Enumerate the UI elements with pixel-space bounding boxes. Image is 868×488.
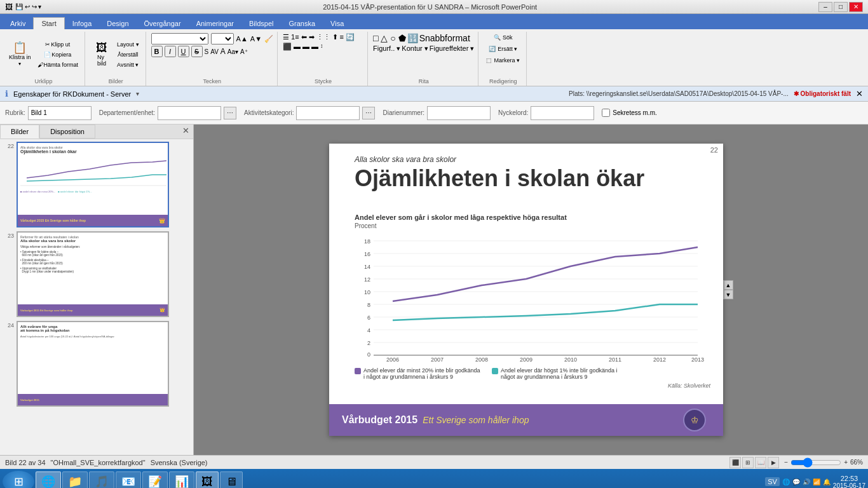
paste-icon: 📋 (13, 42, 27, 53)
slide-sorter-button[interactable]: ⊞ (742, 457, 754, 468)
slide-thumb-22[interactable]: Alla skolor ska vara bra skolor Ojämlikh… (17, 142, 169, 227)
zoom-slider[interactable] (790, 458, 841, 468)
increase-indent-button[interactable]: ➡ (309, 33, 315, 41)
align-right-button[interactable]: ▬ (302, 43, 309, 51)
underline-button[interactable]: U (178, 46, 189, 57)
format-painter-button[interactable]: 🖌 Hämta format (35, 60, 81, 69)
char-spacing-button[interactable]: AV (210, 48, 219, 55)
tab-arkiv[interactable]: Arkiv (3, 18, 33, 29)
tab-overgångar[interactable]: Övergångar (137, 18, 189, 29)
taskbar-ie[interactable]: 🌐 (36, 471, 61, 488)
shadow-button[interactable]: S (205, 48, 209, 55)
scroll-up-button[interactable]: ▲ (724, 280, 733, 290)
tab-bildspel[interactable]: Bildspel (241, 18, 281, 29)
effects-button[interactable]: Figureffekter ▾ (430, 44, 475, 53)
section-button[interactable]: Avsnitt ▾ (114, 60, 142, 69)
zoom-out-button[interactable]: − (784, 459, 788, 466)
tab-granska[interactable]: Granska (281, 18, 323, 29)
normal-view-button[interactable]: ⬛ (729, 457, 741, 468)
replace-button[interactable]: 🔄 Ersätt ▾ (484, 44, 522, 53)
font-size-up-button[interactable]: A⁺ (240, 48, 248, 55)
tab-start[interactable]: Start (33, 17, 64, 29)
rubrik-input[interactable] (28, 106, 92, 120)
bullet-list-button[interactable]: ☰ (283, 33, 289, 41)
bold-button[interactable]: B (151, 46, 163, 57)
nyckelord-label: Nyckelord: (498, 109, 528, 116)
quick-styles-button[interactable]: Snabbformat (419, 33, 470, 43)
tab-design[interactable]: Design (99, 18, 136, 29)
secretess-checkbox[interactable] (602, 109, 610, 117)
font-size-select[interactable] (211, 33, 234, 44)
new-slide-button[interactable]: 🖼 Nybild (90, 41, 113, 68)
zoom-in-button[interactable]: + (844, 459, 848, 466)
fill-button[interactable]: Figurf.. ▾ (373, 44, 400, 53)
taskbar-explorer[interactable]: 📁 (62, 471, 88, 488)
text-direction-button[interactable]: ⬆ (332, 33, 338, 41)
increase-font-button[interactable]: A▲ (236, 35, 248, 43)
select-button[interactable]: ⬚ Markera ▾ (484, 56, 522, 65)
slide-thumb-23[interactable]: Reformer för att stärka resultaten i sko… (17, 231, 169, 317)
info-bar-close[interactable]: ✕ (856, 89, 863, 98)
columns-button[interactable]: ⋮⋮ (316, 33, 330, 41)
font-family-select[interactable] (151, 33, 208, 44)
italic-button[interactable]: I (165, 46, 176, 57)
tab-visa[interactable]: Visa (323, 18, 351, 29)
tab-animeringar[interactable]: Animeringar (189, 18, 241, 29)
taskbar-calculator[interactable]: 🖥 (220, 471, 243, 488)
minimize-button[interactable]: – (818, 2, 832, 12)
layout-button[interactable]: Layout ▾ (114, 40, 142, 49)
align-left-button[interactable]: ⬛ (283, 43, 292, 51)
slide-panel-close-button[interactable]: ✕ (179, 125, 193, 139)
slide-content[interactable]: 22 Alla skolor ska vara bra skolor Ojäml… (329, 144, 723, 436)
taskbar-word[interactable]: 📝 (142, 471, 168, 488)
reset-label: Återställ (118, 51, 139, 58)
slide-thumb-24[interactable]: Allt svårare för ungaatt komma in på hög… (17, 321, 169, 407)
close-button[interactable]: ✕ (849, 2, 863, 12)
slide-item-23[interactable]: 23 Reformer för att stärka resultaten i … (3, 231, 191, 317)
arrange-button[interactable]: 🔢 (407, 33, 418, 43)
start-button[interactable]: ⊞ (3, 471, 34, 488)
decrease-font-button[interactable]: A▼ (250, 35, 262, 43)
tab-infoga[interactable]: Infoga (65, 18, 100, 29)
clear-format-button[interactable]: 🧹 (264, 35, 273, 43)
maximize-button[interactable]: □ (834, 2, 848, 12)
align-center-button[interactable]: ▬ (294, 43, 301, 51)
numbered-list-button[interactable]: 1≡ (291, 33, 299, 41)
justify-button[interactable]: ▬ (311, 43, 318, 51)
aktivitet-input[interactable] (296, 106, 360, 120)
scroll-down-button[interactable]: ▼ (724, 290, 733, 299)
reading-view-button[interactable]: 📖 (755, 457, 766, 468)
taskbar-powerpoint[interactable]: 🖼 (196, 471, 219, 488)
slide-number-23: 23 (3, 231, 14, 239)
secretess-label: Sekretess m.m. (613, 109, 656, 116)
taskbar-excel[interactable]: 📊 (169, 471, 194, 488)
tab-disposition[interactable]: Disposition (39, 125, 95, 139)
diarienr-input[interactable] (427, 106, 491, 120)
nyckelord-input[interactable] (531, 106, 594, 120)
reset-button[interactable]: Återställ (114, 50, 142, 59)
aktivitet-picker-button[interactable]: ⋯ (362, 107, 375, 119)
slideshow-button[interactable]: ▶ (768, 457, 779, 468)
paste-button[interactable]: 📋 Klistra in ▾ (6, 41, 34, 68)
taskbar-outlook[interactable]: 📧 (116, 471, 141, 488)
taskbar-media[interactable]: 🎵 (89, 471, 114, 488)
copy-button[interactable]: 📄 Kopiera (35, 50, 81, 59)
font-color-button[interactable]: A (220, 47, 226, 56)
dept-picker-button[interactable]: ⋯ (224, 107, 236, 119)
decrease-indent-button[interactable]: ⬅ (301, 33, 307, 41)
dept-input[interactable] (158, 106, 221, 120)
line-spacing-button[interactable]: ↕ (320, 43, 323, 51)
smartart-convert-button[interactable]: 🔄 (346, 33, 355, 41)
strikethrough-button[interactable]: S̶ (191, 46, 203, 57)
change-case-button[interactable]: Aa▾ (227, 48, 238, 55)
slide-item-24[interactable]: 24 Allt svårare för ungaatt komma in på … (3, 321, 191, 407)
search-button[interactable]: 🔍 Sök (484, 33, 522, 42)
tab-bilder[interactable]: Bilder (0, 125, 39, 139)
slide-list: 22 Alla skolor ska vara bra skolor Ojäml… (0, 139, 193, 455)
legend-text-teal: Andel elever där högst 1% inte blir godk… (501, 367, 619, 380)
align-text-button[interactable]: ≡ (340, 33, 344, 41)
outline-button[interactable]: Kontur ▾ (402, 44, 428, 53)
cut-button[interactable]: ✂ Klipp ut (35, 40, 81, 49)
server-dropdown-icon[interactable]: ▾ (136, 90, 139, 97)
slide-item-22[interactable]: 22 Alla skolor ska vara bra skolor Ojäml… (3, 142, 191, 227)
